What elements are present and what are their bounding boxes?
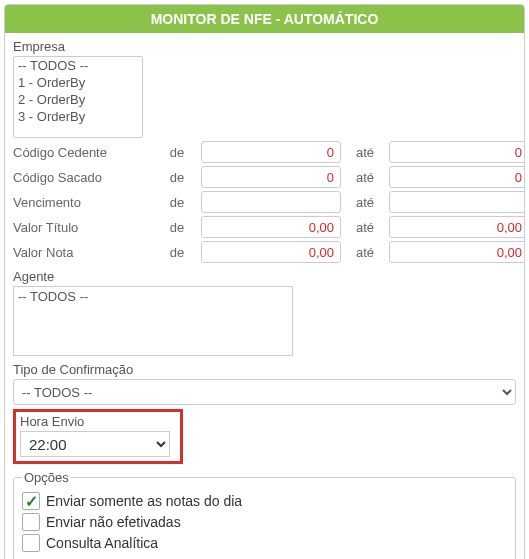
checkbox-consulta-analitica[interactable] (22, 534, 40, 552)
checkbox-enviar-dia[interactable] (22, 492, 40, 510)
list-item[interactable]: -- TODOS -- (14, 57, 142, 74)
tipo-confirmacao-select[interactable]: -- TODOS -- (13, 379, 516, 405)
agente-group: Agente -- TODOS -- (13, 269, 516, 356)
vencimento-label: Vencimento (13, 195, 153, 210)
de-label: de (157, 145, 197, 160)
opcoes-legend: Opções (22, 470, 71, 485)
codigo-cedente-label: Código Cedente (13, 145, 153, 160)
hora-envio-label: Hora Envio (20, 414, 176, 429)
de-label: de (157, 245, 197, 260)
ate-label: até (345, 145, 385, 160)
checkbox-row-enviar-dia: Enviar somente as notas do dia (22, 492, 507, 510)
row-vencimento: Vencimento de até (13, 191, 516, 213)
checkbox-label: Enviar somente as notas do dia (46, 493, 242, 509)
ate-label: até (345, 245, 385, 260)
empresa-label: Empresa (13, 39, 516, 54)
codigo-sacado-de-input[interactable] (201, 166, 341, 188)
panel-header: MONITOR DE NFE - AUTOMÁTICO (5, 5, 524, 33)
row-valor-nota: Valor Nota de até (13, 241, 516, 263)
list-item[interactable]: 3 - OrderBy (14, 108, 142, 125)
checkbox-label: Enviar não efetivadas (46, 514, 181, 530)
valor-titulo-label: Valor Título (13, 220, 153, 235)
list-item[interactable]: -- TODOS -- (18, 289, 288, 304)
checkbox-enviar-nao-efetivadas[interactable] (22, 513, 40, 531)
valor-nota-label: Valor Nota (13, 245, 153, 260)
de-label: de (157, 220, 197, 235)
valor-nota-ate-input[interactable] (389, 241, 525, 263)
panel-title: MONITOR DE NFE - AUTOMÁTICO (151, 11, 379, 27)
agente-label: Agente (13, 269, 516, 284)
row-codigo-cedente: Código Cedente de até (13, 141, 516, 163)
codigo-cedente-ate-input[interactable] (389, 141, 525, 163)
valor-titulo-ate-input[interactable] (389, 216, 525, 238)
ate-label: até (345, 220, 385, 235)
row-valor-titulo: Valor Título de até (13, 216, 516, 238)
opcoes-fieldset: Opções Enviar somente as notas do dia En… (13, 470, 516, 559)
de-label: de (157, 195, 197, 210)
ate-label: até (345, 170, 385, 185)
panel-body: Empresa -- TODOS -- 1 - OrderBy 2 - Orde… (5, 33, 524, 559)
codigo-sacado-label: Código Sacado (13, 170, 153, 185)
list-item[interactable]: 2 - OrderBy (14, 91, 142, 108)
checkbox-row-consulta-analitica: Consulta Analítica (22, 534, 507, 552)
main-panel: MONITOR DE NFE - AUTOMÁTICO Empresa -- T… (4, 4, 525, 559)
checkbox-label: Consulta Analítica (46, 535, 158, 551)
de-label: de (157, 170, 197, 185)
codigo-sacado-ate-input[interactable] (389, 166, 525, 188)
ate-label: até (345, 195, 385, 210)
hora-envio-group: Hora Envio 22:00 (13, 409, 183, 464)
tipo-confirmacao-label: Tipo de Confirmação (13, 362, 516, 377)
agente-listbox[interactable]: -- TODOS -- (13, 286, 293, 356)
vencimento-de-input[interactable] (201, 191, 341, 213)
vencimento-ate-input[interactable] (389, 191, 525, 213)
valor-titulo-de-input[interactable] (201, 216, 341, 238)
row-codigo-sacado: Código Sacado de até (13, 166, 516, 188)
list-item[interactable]: 1 - OrderBy (14, 74, 142, 91)
hora-envio-select[interactable]: 22:00 (20, 431, 170, 457)
valor-nota-de-input[interactable] (201, 241, 341, 263)
codigo-cedente-de-input[interactable] (201, 141, 341, 163)
empresa-listbox[interactable]: -- TODOS -- 1 - OrderBy 2 - OrderBy 3 - … (13, 56, 143, 138)
empresa-group: Empresa -- TODOS -- 1 - OrderBy 2 - Orde… (13, 39, 516, 138)
checkbox-row-enviar-nao-efetivadas: Enviar não efetivadas (22, 513, 507, 531)
tipo-confirmacao-group: Tipo de Confirmação -- TODOS -- (13, 362, 516, 405)
